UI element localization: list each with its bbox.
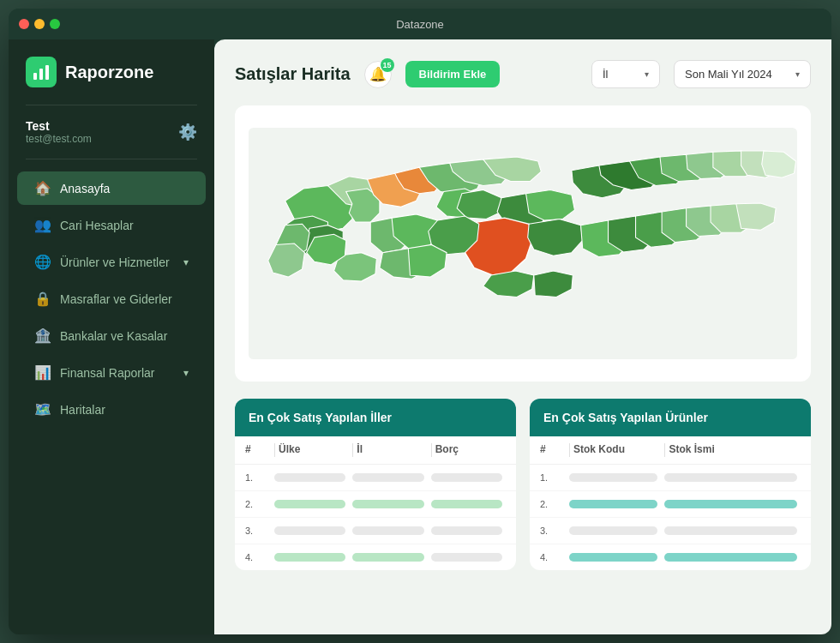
turkey-map-svg[interactable] — [249, 119, 797, 368]
user-settings-icon[interactable]: ⚙️ — [178, 123, 197, 141]
user-info: Test test@test.com — [26, 119, 92, 145]
year-dropdown-arrow: ▾ — [795, 69, 800, 79]
page-header: Satışlar Harita 🔔 15 Bildirim Ekle İl ▾ … — [235, 60, 811, 88]
chevron-down-icon: ▾ — [183, 367, 189, 379]
page-title: Satışlar Harita — [235, 64, 351, 84]
sidebar-item-haritalar[interactable]: 🗺️ Haritalar — [17, 393, 206, 426]
il-dropdown-arrow: ▾ — [645, 69, 649, 79]
minimize-button[interactable] — [34, 19, 45, 29]
sidebar-item-bankalar[interactable]: 🏦 Bankalar ve Kasalar — [17, 319, 206, 352]
sidebar-item-label: Anasayfa — [60, 182, 110, 195]
col-num-header: # — [540, 443, 566, 457]
row-num: 4. — [245, 552, 271, 562]
col-sep — [352, 443, 353, 457]
col-isim-header: Stok İsmi — [669, 443, 801, 457]
globe-icon: 🌐 — [34, 254, 51, 270]
sidebar-item-label: Ürünler ve Hizmetler — [60, 255, 170, 269]
user-email: test@test.com — [26, 133, 92, 145]
map-container — [235, 105, 811, 382]
table-row: 3. — [235, 518, 516, 544]
year-dropdown-value: Son Mali Yıl 2024 — [685, 68, 772, 81]
sidebar-item-urunler[interactable]: 🌐 Ürünler ve Hizmetler ▾ — [17, 245, 206, 279]
table-row: 4. — [530, 544, 811, 570]
col-borc-header: Borç — [435, 443, 506, 457]
right-table-header: En Çok Satış Yapılan Ürünler — [530, 399, 811, 436]
svg-rect-0 — [33, 73, 37, 80]
map-icon: 🗺️ — [34, 401, 51, 418]
row-num: 1. — [245, 472, 271, 483]
sidebar-item-masraflar[interactable]: 🔒 Masraflar ve Giderler — [17, 282, 206, 315]
row-num: 1. — [540, 472, 566, 483]
table-row: 3. — [530, 518, 811, 544]
users-icon: 👥 — [34, 217, 51, 233]
left-table-card: En Çok Satış Yapılan İller # Ülke İl Bor… — [235, 399, 516, 570]
sidebar-item-label: Haritalar — [60, 403, 105, 417]
year-dropdown[interactable]: Son Mali Yıl 2024 ▾ — [674, 60, 811, 88]
notification-bell[interactable]: 🔔 15 — [364, 61, 392, 88]
col-sep — [431, 443, 432, 457]
col-sep — [274, 443, 275, 457]
app-body: Raporzone Test test@test.com ⚙️ 🏠 Anasay… — [9, 39, 831, 634]
sidebar-item-label: Finansal Raporlar — [60, 366, 155, 380]
table-row: 1. — [235, 465, 516, 491]
app-window: Datazone Raporzone Test test@test.com — [9, 9, 831, 634]
window-title: Datazone — [396, 18, 444, 31]
col-sep — [569, 443, 570, 457]
sidebar-item-anasayfa[interactable]: 🏠 Anasayfa — [17, 171, 206, 205]
row-num: 4. — [540, 552, 566, 562]
logo-icon — [26, 57, 57, 87]
right-table-inner: # Stok Kodu Stok İsmi 1. 2. — [530, 436, 811, 570]
close-button[interactable] — [19, 19, 29, 29]
left-table-inner: # Ülke İl Borç 1. — [235, 436, 516, 570]
main-content: Satışlar Harita 🔔 15 Bildirim Ekle İl ▾ … — [214, 39, 831, 634]
sidebar-item-label: Bankalar ve Kasalar — [60, 329, 167, 343]
maximize-button[interactable] — [50, 19, 60, 29]
table-row: 2. — [235, 491, 516, 518]
sidebar-item-label: Cari Hesaplar — [60, 219, 134, 232]
sidebar-item-cari-hesaplar[interactable]: 👥 Cari Hesaplar — [17, 208, 206, 242]
titlebar: Datazone — [9, 9, 831, 39]
sidebar: Raporzone Test test@test.com ⚙️ 🏠 Anasay… — [9, 39, 214, 634]
sidebar-item-finansal[interactable]: 📊 Finansal Raporlar ▾ — [17, 356, 206, 389]
row-num: 3. — [540, 526, 566, 536]
chevron-down-icon: ▾ — [183, 256, 189, 268]
sidebar-item-label: Masraflar ve Giderler — [60, 292, 172, 306]
tables-row: En Çok Satış Yapılan İller # Ülke İl Bor… — [235, 399, 811, 570]
left-table-header: En Çok Satış Yapılan İller — [235, 399, 516, 436]
logo-area: Raporzone — [9, 57, 214, 105]
lock-icon: 🔒 — [34, 291, 51, 307]
il-dropdown-value: İl — [603, 68, 609, 81]
sidebar-divider-user — [26, 159, 197, 159]
table-row: 1. — [530, 465, 811, 491]
il-dropdown[interactable]: İl ▾ — [591, 60, 660, 88]
logo-text: Raporzone — [65, 63, 153, 82]
row-num: 2. — [245, 499, 271, 509]
bank-icon: 🏦 — [34, 328, 51, 344]
user-area: Test test@test.com ⚙️ — [9, 119, 214, 159]
row-num: 3. — [245, 526, 271, 536]
table-row: 2. — [530, 491, 811, 518]
col-il-header: İl — [357, 443, 427, 457]
right-table-card: En Çok Satış Yapılan Ürünler # Stok Kodu… — [530, 399, 811, 570]
table-row: 4. — [235, 544, 516, 570]
user-name: Test — [26, 119, 92, 133]
col-stok-header: Stok Kodu — [573, 443, 661, 457]
col-num-header: # — [245, 443, 271, 457]
logo-svg — [32, 63, 51, 81]
sidebar-divider-top — [26, 105, 197, 105]
chart-icon: 📊 — [34, 364, 51, 381]
col-sep — [664, 443, 665, 457]
right-table-col-headers: # Stok Kodu Stok İsmi — [530, 436, 811, 465]
svg-rect-1 — [39, 69, 43, 80]
svg-rect-2 — [45, 65, 49, 80]
notification-badge: 15 — [381, 58, 394, 72]
left-table-col-headers: # Ülke İl Borç — [235, 436, 516, 465]
col-ulke-header: Ülke — [279, 443, 349, 457]
row-num: 2. — [540, 499, 566, 509]
home-icon: 🏠 — [34, 180, 51, 196]
traffic-lights — [19, 19, 60, 29]
bildirim-ekle-button[interactable]: Bildirim Ekle — [405, 61, 501, 87]
